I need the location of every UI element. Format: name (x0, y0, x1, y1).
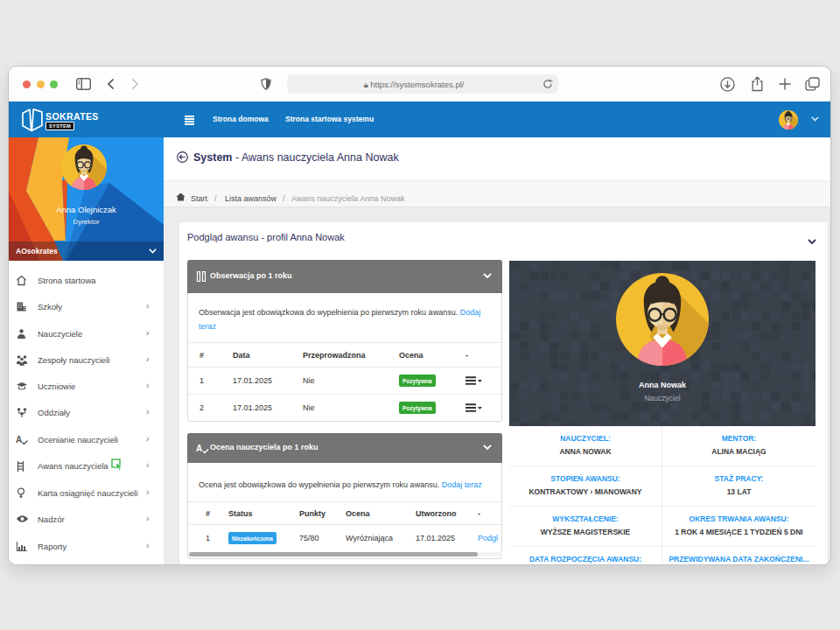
svg-text:A: A (16, 435, 22, 444)
svg-text:A: A (196, 444, 202, 453)
